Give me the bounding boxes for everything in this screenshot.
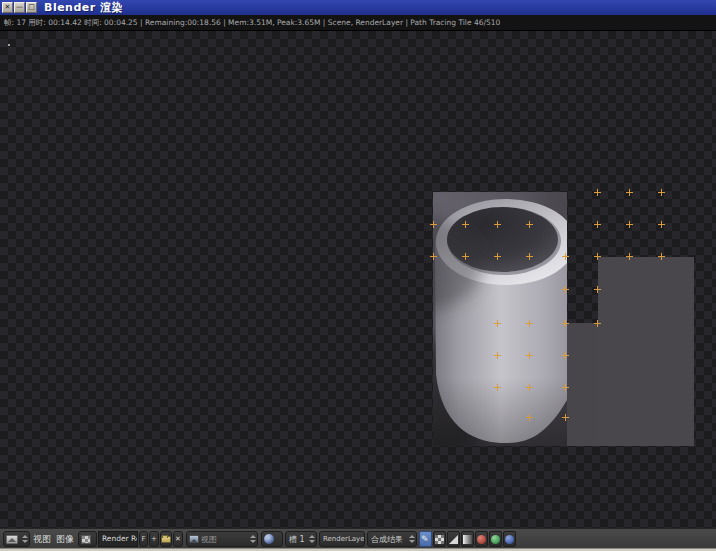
z-depth-channel-icon [463,535,472,544]
render-tile-marker [526,352,533,359]
sphere-icon [264,534,274,544]
render-tile-marker [526,384,533,391]
render-tile-marker [526,253,533,260]
render-pass-selector[interactable]: 合成结果 [367,531,417,547]
menu-image[interactable]: 图像 [56,529,74,549]
green-channel-button[interactable] [489,531,502,547]
render-layer-selector[interactable]: RenderLayer [319,531,365,547]
editor-type-stepper [20,535,29,543]
fake-user-label: F [141,535,145,543]
window-title: Blender 渲染 [44,0,123,15]
folder-icon [161,536,171,543]
z-depth-channel-button[interactable] [461,531,474,547]
render-tile-marker [430,253,437,260]
browse-image-button[interactable] [78,531,97,547]
render-tile-marker [526,320,533,327]
render-tile-marker [626,221,633,228]
render-tile-marker [626,189,633,196]
rgba-channel-button[interactable] [433,531,446,547]
image-view-dropdown[interactable]: 视图 [186,531,258,547]
render-tile-marker [494,352,501,359]
image-paint-button[interactable] [419,531,432,547]
render-tile-marker [494,320,501,327]
photo-icon [189,535,199,543]
render-tile-marker [594,286,601,293]
alpha-channel-button[interactable] [447,531,460,547]
render-tile-marker [526,221,533,228]
render-tile-marker [658,253,665,260]
maximize-button[interactable]: □ [26,2,37,13]
render-tile-marker [626,253,633,260]
tile-markers-layer [0,31,716,528]
title-bar: ✕ — □ Blender 渲染 [0,0,716,15]
editor-type-selector[interactable] [3,531,30,547]
image-paint-icon [421,535,430,544]
blender-render-window: ✕ — □ Blender 渲染 帧: 17 用时: 00:14.42 时间: … [0,0,716,551]
render-tile-marker [430,221,437,228]
render-tile-marker [494,384,501,391]
render-tile-marker [562,384,569,391]
render-pass-label: 合成结果 [371,534,403,545]
render-layer-label: RenderLayer [323,535,365,543]
render-tile-marker [526,414,533,421]
image-browse-icon [81,535,91,544]
render-tile-marker [462,221,469,228]
slot-stepper [307,535,316,543]
slot-selector[interactable]: 槽 1 [285,531,317,547]
new-image-button[interactable]: + [149,531,159,547]
view-stepper [248,535,257,543]
render-tile-marker [562,253,569,260]
render-tile-marker [562,286,569,293]
render-tile-marker [594,253,601,260]
rgba-channel-icon [435,535,444,544]
green-channel-icon [491,535,500,544]
render-tile-marker [594,221,601,228]
fake-user-button[interactable]: F [139,531,148,547]
image-name-field[interactable]: Render Result [98,531,138,547]
open-image-button[interactable] [160,531,172,547]
render-tile-marker [594,189,601,196]
render-stats-bar: 帧: 17 用时: 00:14.42 时间: 00:04.25 | Remain… [0,15,716,31]
render-tile-marker [494,253,501,260]
red-channel-icon [477,535,486,544]
render-tile-marker [594,320,601,327]
blue-channel-icon [505,535,514,544]
image-editor-header: 视图 图像 Render Result F + ✕ 视图 槽 1 [0,528,716,548]
slot-label: 槽 1 [289,534,305,545]
render-tile-marker [658,189,665,196]
render-tile-marker [462,253,469,260]
display-mode-dropdown[interactable] [261,531,283,547]
unlink-image-button[interactable]: ✕ [173,531,183,547]
render-tile-marker [562,352,569,359]
plus-icon: + [151,535,157,543]
blue-channel-button[interactable] [503,531,516,547]
alpha-channel-icon [449,535,458,544]
red-channel-button[interactable] [475,531,488,547]
menu-view[interactable]: 视图 [33,529,51,549]
render-tile-marker [494,221,501,228]
channel-buttons [419,531,516,547]
image-editor-canvas[interactable] [0,31,716,528]
image-editor-icon [6,535,18,544]
image-view-label: 视图 [201,534,217,545]
minimize-button[interactable]: — [14,2,25,13]
pass-stepper [407,535,416,543]
render-tile-marker [562,414,569,421]
render-tile-marker [562,320,569,327]
render-tile-marker [658,221,665,228]
close-icon: ✕ [175,535,181,543]
render-stats-text: 帧: 17 用时: 00:14.42 时间: 00:04.25 | Remain… [4,18,500,27]
close-button[interactable]: ✕ [2,2,13,13]
